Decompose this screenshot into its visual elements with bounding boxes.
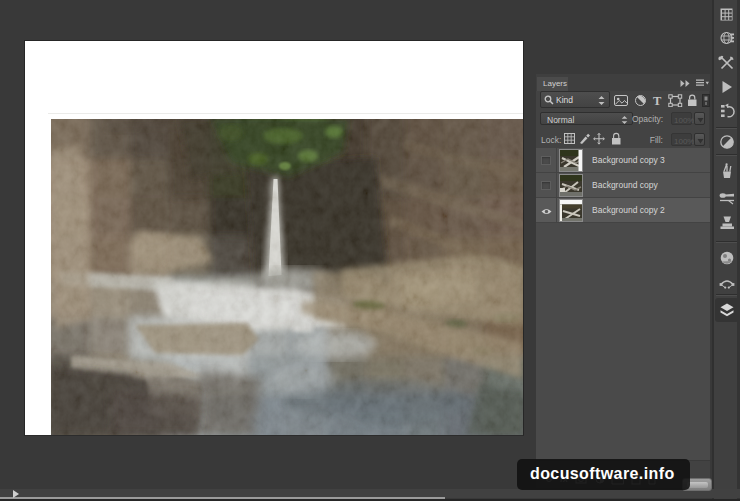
svg-text:T: T — [653, 94, 662, 107]
